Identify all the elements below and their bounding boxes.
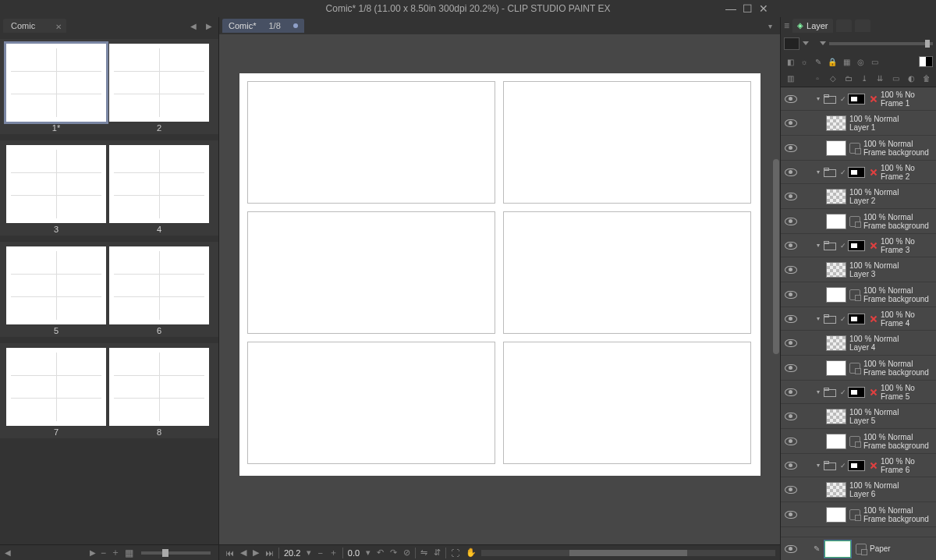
close-icon[interactable]: ✕	[55, 20, 62, 34]
ruler-off-icon[interactable]	[868, 167, 879, 178]
layer-row[interactable]: 100 % NormalLayer 3	[781, 257, 936, 282]
scroll-right-icon[interactable]: ▶	[90, 548, 96, 557]
inactive-panel-tab[interactable]	[855, 19, 870, 32]
layer-row[interactable]: 100 % NormalLayer 5	[781, 404, 936, 429]
new-raster-layer-icon[interactable]: ▫	[811, 73, 824, 85]
comic-panel[interactable]	[503, 342, 751, 464]
visibility-eye-icon[interactable]	[785, 144, 797, 152]
frame-folder-row[interactable]: ▾ ✓ 100 % NoFrame 1	[781, 87, 936, 111]
visibility-eye-icon[interactable]	[785, 168, 797, 176]
reference-layer-icon[interactable]: ☼	[798, 55, 810, 68]
ruler-off-icon[interactable]	[868, 387, 879, 398]
nav-last-icon[interactable]: ⏭	[264, 548, 275, 558]
visibility-eye-icon[interactable]	[785, 193, 797, 200]
page-manager-tab[interactable]: Comic ✕	[3, 19, 66, 33]
ruler-off-icon[interactable]	[868, 94, 879, 105]
layer-row[interactable]: 100 % NormalLayer 1	[781, 111, 936, 136]
layer-mask-icon[interactable]: ▭	[889, 73, 902, 85]
thumb-size-slider[interactable]	[141, 551, 211, 555]
frame-folder-row[interactable]: ▾ ✓ 100 % NoFrame 3	[781, 234, 936, 257]
apply-mask-icon[interactable]: ◐	[905, 73, 917, 85]
scroll-left-icon[interactable]: ◀	[5, 548, 11, 557]
visibility-eye-icon[interactable]	[785, 486, 797, 494]
visibility-eye-icon[interactable]	[785, 545, 797, 553]
lock-transparent-icon[interactable]: ▦	[840, 55, 853, 68]
rotate-ccw-icon[interactable]: ↶	[375, 548, 385, 558]
expand-toggle-icon[interactable]: ▾	[814, 462, 823, 469]
maximize-button[interactable]: ☐	[743, 3, 753, 14]
expand-toggle-icon[interactable]: ▾	[814, 388, 823, 395]
canvas-viewport[interactable]	[219, 34, 780, 544]
layer-row[interactable]: 100 % NormalFrame background	[781, 209, 936, 234]
visibility-eye-icon[interactable]	[785, 291, 797, 299]
opacity-dropdown-icon[interactable]	[820, 41, 826, 46]
page-thumbnail[interactable]: 5	[6, 246, 106, 335]
frame-folder-row[interactable]: ▾ ✓ 100 % NoFrame 5	[781, 381, 936, 404]
canvas-tab-menu-icon[interactable]: ▾	[764, 22, 777, 30]
visibility-eye-icon[interactable]	[785, 462, 797, 470]
page-thumbnail[interactable]: 2	[109, 44, 209, 133]
clip-mask-icon[interactable]: ◧	[784, 55, 796, 68]
visibility-eye-icon[interactable]	[785, 266, 797, 274]
inactive-panel-tab[interactable]	[836, 19, 852, 32]
layer-row[interactable]: 100 % NormalFrame background	[781, 282, 936, 307]
visibility-eye-icon[interactable]	[785, 315, 797, 323]
layer-tab[interactable]: ◈ Layer	[792, 19, 833, 33]
page-thumbnail[interactable]: 4	[109, 145, 209, 234]
hand-icon[interactable]: ✋	[464, 548, 478, 558]
zoom-dropdown-icon[interactable]: ▾	[305, 548, 313, 558]
ruler-off-icon[interactable]	[868, 240, 879, 251]
merge-down-icon[interactable]: ⇊	[874, 73, 886, 85]
comic-panel[interactable]	[247, 211, 495, 334]
fit-screen-icon[interactable]: ⛶	[449, 548, 461, 558]
layer-row[interactable]: 100 % NormalLayer 4	[781, 331, 936, 356]
layer-color-swatch[interactable]	[919, 56, 933, 67]
zoom-in-icon[interactable]: ＋	[111, 546, 120, 559]
rotate-reset-icon[interactable]: ⊘	[402, 548, 412, 558]
visibility-eye-icon[interactable]	[785, 364, 797, 372]
draft-layer-icon[interactable]: ✎	[812, 55, 824, 68]
vertical-scrollbar[interactable]	[772, 34, 780, 529]
nav-first-icon[interactable]: ⏮	[224, 548, 236, 558]
comic-panel[interactable]	[247, 342, 495, 464]
layer-row[interactable]: 100 % NormalLayer 2	[781, 184, 936, 209]
new-folder-icon[interactable]: 🗀	[842, 73, 855, 85]
opacity-slider[interactable]	[829, 42, 933, 45]
visibility-eye-icon[interactable]	[785, 242, 797, 250]
visibility-eye-icon[interactable]	[785, 218, 797, 225]
nav-next-icon[interactable]: ▶	[251, 548, 261, 558]
enable-mask-icon[interactable]: ▭	[868, 55, 881, 68]
lock-icon[interactable]: 🔒	[826, 55, 838, 68]
layer-row[interactable]: 100 % NormalFrame background	[781, 136, 936, 161]
panel-menu-icon[interactable]: ≡	[784, 20, 789, 31]
flip-v-icon[interactable]: ⇵	[432, 548, 442, 558]
comic-panel[interactable]	[503, 211, 751, 334]
zoom-out-icon[interactable]: −	[101, 548, 106, 558]
rotation-dropdown-icon[interactable]: ▾	[364, 548, 372, 558]
blend-mode-select[interactable]	[784, 37, 800, 50]
nav-prev-icon[interactable]: ◀	[239, 548, 248, 558]
visibility-eye-icon[interactable]	[785, 413, 797, 420]
horizontal-scrollbar[interactable]	[481, 550, 775, 556]
visibility-eye-icon[interactable]	[785, 339, 797, 347]
page-thumbnail[interactable]: 7	[6, 348, 106, 437]
frame-folder-row[interactable]: ▾ ✓ 100 % NoFrame 6	[781, 454, 936, 477]
visibility-eye-icon[interactable]	[785, 511, 797, 519]
layer-row[interactable]: 100 % NormalFrame background	[781, 429, 936, 454]
new-vector-layer-icon[interactable]: ◇	[827, 73, 839, 85]
paper-layer-row[interactable]: ✎ Paper	[781, 537, 936, 560]
expand-toggle-icon[interactable]: ▾	[814, 95, 823, 102]
zoom-out-icon[interactable]: −	[316, 548, 324, 558]
minimize-button[interactable]: —	[725, 3, 736, 14]
canvas-tab[interactable]: Comic* 1/8	[222, 19, 304, 33]
ruler-off-icon[interactable]	[868, 460, 879, 471]
page-thumbnail[interactable]: 3	[6, 145, 106, 234]
expand-toggle-icon[interactable]: ▾	[814, 315, 823, 322]
frame-folder-row[interactable]: ▾ ✓ 100 % NoFrame 4	[781, 307, 936, 331]
frame-folder-row[interactable]: ▾ ✓ 100 % NoFrame 2	[781, 161, 936, 184]
transfer-down-icon[interactable]: ⤓	[858, 73, 870, 85]
palette-icon[interactable]: ▥	[784, 73, 796, 85]
ruler-off-icon[interactable]	[868, 314, 879, 324]
page-thumbnail[interactable]: 8	[109, 348, 209, 437]
page-thumbnail[interactable]: 6	[109, 246, 209, 335]
